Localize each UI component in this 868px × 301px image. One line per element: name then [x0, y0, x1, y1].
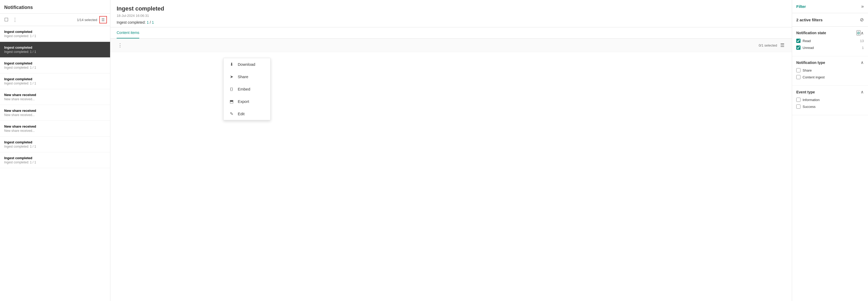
filter-label[interactable]: Information — [803, 98, 864, 102]
right-filter-panel: Filter » 2 active filters ⊘ Notification… — [792, 0, 868, 301]
menu-icon-button[interactable]: ☰ — [99, 16, 107, 23]
notification-item[interactable]: Ingest completedIngest completed: 1 / 1 — [0, 152, 110, 168]
notif-title: Ingest completed — [4, 156, 106, 160]
filter-section-title: Event type — [796, 90, 861, 94]
filter-row: Read 13 — [796, 39, 864, 43]
main-ingest: Ingest completed: 1 / 1 — [117, 20, 785, 25]
notif-title: Ingest completed — [4, 77, 106, 81]
dropdown-item-download[interactable]: ⬇Download — [223, 58, 270, 71]
filter-collapse-icon[interactable]: ∧ — [861, 60, 864, 65]
filter-collapse-icon[interactable]: ∧ — [861, 30, 864, 35]
export-icon: ⬒ — [229, 99, 234, 104]
main-header: Ingest completed 18-Jul-2024 16:06:31 In… — [110, 0, 792, 27]
filter-section-header: Event type ∧ — [796, 89, 864, 94]
notif-subtitle: New share received... — [4, 97, 106, 101]
notif-subtitle: Ingest completed: 1 / 1 — [4, 145, 106, 148]
ingest-link-1[interactable]: 1 — [147, 20, 149, 25]
filter-checkbox[interactable] — [796, 75, 801, 79]
notification-item[interactable]: Ingest completedIngest completed: 1 / 1 — [0, 58, 110, 74]
dropdown-menu: ⬇Download➤Share⟨⟩Embed⬒Export✎Edit — [223, 58, 271, 120]
notif-subtitle: New share received... — [4, 113, 106, 117]
dropdown-item-label: Download — [238, 62, 255, 66]
dropdown-item-label: Edit — [238, 112, 245, 116]
dropdown-item-label: Share — [238, 75, 248, 79]
filter-checkbox[interactable] — [796, 68, 801, 72]
filter-section-0: Notification state ⊘ ∧ Read 13 Unread 1 — [792, 27, 868, 56]
filter-row: Success — [796, 105, 864, 109]
filter-section-2: Event type ∧ Information Success — [792, 86, 868, 115]
filter-sections: Notification state ⊘ ∧ Read 13 Unread 1 … — [792, 27, 868, 115]
filter-section-1: Notification type ∧ Share Content ingest — [792, 56, 868, 86]
more-options-button[interactable]: ⋮ — [11, 16, 19, 24]
filter-row: Share — [796, 68, 864, 72]
embed-icon: ⟨⟩ — [229, 87, 234, 91]
active-filters-bar: 2 active filters ⊘ — [792, 13, 868, 27]
content-more-button[interactable]: ⋮ — [117, 41, 123, 49]
filter-label[interactable]: Content ingest — [803, 75, 864, 79]
notif-title: Ingest completed — [4, 140, 106, 144]
ingest-link-2[interactable]: 1 — [152, 20, 154, 25]
notif-subtitle: Ingest completed: 1 / 1 — [4, 82, 106, 85]
filter-collapse-icon[interactable]: ∧ — [861, 89, 864, 94]
filter-label[interactable]: Read — [803, 39, 858, 43]
notif-subtitle: Ingest completed: 1 / 1 — [4, 66, 106, 70]
app-title: Notifications — [0, 0, 110, 14]
notification-item[interactable]: New share receivedNew share received... — [0, 105, 110, 121]
notification-item[interactable]: New share receivedNew share received... — [0, 121, 110, 137]
notification-item[interactable]: Ingest completedIngest completed: 1 / 1 — [0, 26, 110, 42]
select-all-checkbox[interactable]: ☐ — [3, 16, 9, 24]
main-title: Ingest completed — [117, 5, 785, 12]
filter-header: Filter » — [792, 0, 868, 13]
left-panel: Notifications ☐ ⋮ 1/14 selected ☰ Ingest… — [0, 0, 110, 301]
dropdown-item-label: Embed — [238, 87, 250, 91]
notification-item[interactable]: Ingest completedIngest completed: 1 / 1 — [0, 42, 110, 58]
download-icon: ⬇ — [229, 62, 234, 67]
edit-icon: ✎ — [229, 111, 234, 116]
filter-label[interactable]: Success — [803, 105, 864, 109]
filter-section-title: Notification state — [796, 31, 857, 35]
left-toolbar: ☐ ⋮ 1/14 selected ☰ — [0, 14, 110, 26]
filter-count: 1 — [862, 46, 864, 50]
filter-section-header: Notification state ⊘ ∧ — [796, 30, 864, 35]
filter-label[interactable]: Unread — [803, 46, 860, 50]
notification-item[interactable]: New share receivedNew share received... — [0, 89, 110, 105]
notification-item[interactable]: Ingest completedIngest completed: 1 / 1 — [0, 137, 110, 152]
main-tabs: Content items — [110, 27, 792, 39]
filter-state-clear-button[interactable]: ⊘ — [857, 30, 861, 35]
filter-row: Content ingest — [796, 75, 864, 79]
filter-close-button[interactable]: » — [861, 4, 864, 9]
clear-filters-button[interactable]: ⊘ — [860, 17, 864, 23]
content-selected-count: 0/1 selected — [759, 44, 777, 47]
filter-checkbox[interactable] — [796, 105, 801, 109]
active-filters-label: 2 active filters — [796, 18, 860, 22]
content-toolbar: ⋮ 0/1 selected ☰ — [110, 39, 792, 52]
main-content: Ingest completed 18-Jul-2024 16:06:31 In… — [110, 0, 792, 301]
notification-list: Ingest completedIngest completed: 1 / 1I… — [0, 26, 110, 301]
filter-row: Unread 1 — [796, 46, 864, 50]
tab-content-items[interactable]: Content items — [117, 27, 139, 38]
filter-checkbox[interactable] — [796, 46, 801, 50]
notif-title: Ingest completed — [4, 30, 106, 34]
dropdown-item-edit[interactable]: ✎Edit — [223, 108, 270, 120]
filter-checkbox[interactable] — [796, 39, 801, 43]
notif-title: Ingest completed — [4, 46, 106, 50]
filter-count: 13 — [860, 39, 864, 43]
notif-subtitle: Ingest completed: 1 / 1 — [4, 34, 106, 38]
notification-item[interactable]: Ingest completedIngest completed: 1 / 1 — [0, 74, 110, 89]
dropdown-item-share[interactable]: ➤Share — [223, 71, 270, 83]
notif-subtitle: New share received... — [4, 129, 106, 133]
notif-title: New share received — [4, 125, 106, 129]
filter-title: Filter — [796, 4, 861, 9]
notif-title: Ingest completed — [4, 61, 106, 65]
share-icon: ➤ — [229, 74, 234, 79]
filter-checkbox[interactable] — [796, 98, 801, 102]
content-list-icon[interactable]: ☰ — [779, 41, 785, 49]
filter-section-title: Notification type — [796, 60, 861, 65]
dropdown-item-export[interactable]: ⬒Export — [223, 95, 270, 108]
selected-count: 1/14 selected — [77, 18, 97, 22]
content-toolbar-left: ⋮ — [117, 41, 123, 49]
filter-label[interactable]: Share — [803, 69, 864, 72]
dropdown-item-embed[interactable]: ⟨⟩Embed — [223, 83, 270, 95]
filter-row: Information — [796, 98, 864, 102]
dropdown-item-label: Export — [238, 99, 249, 104]
